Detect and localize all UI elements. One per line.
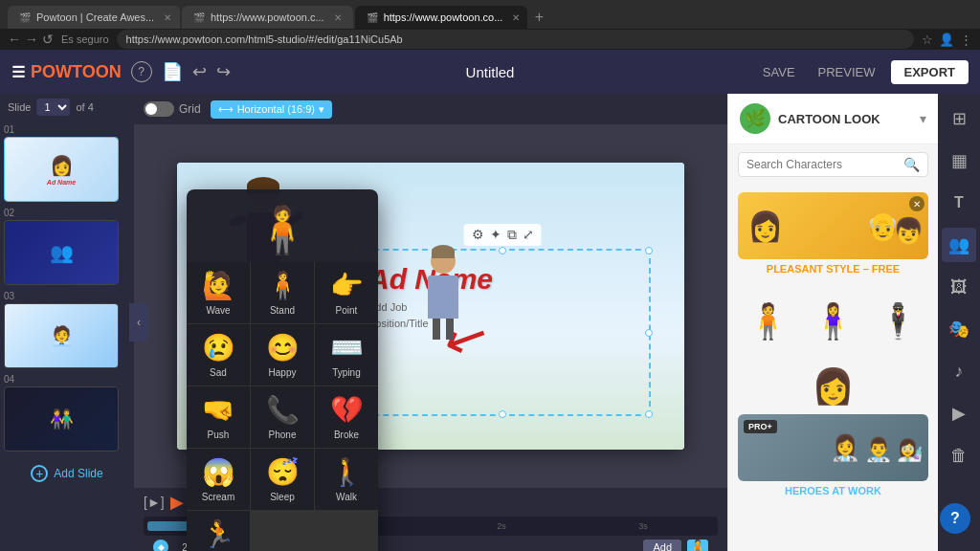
resize-handle-br[interactable] (645, 410, 653, 418)
star-icon[interactable]: ☆ (922, 33, 933, 47)
stand-label: Stand (270, 305, 295, 316)
char-item-man2[interactable]: 🕴️ (869, 284, 928, 342)
tab-close-3[interactable]: ✕ (512, 12, 520, 23)
popup-anim-sleep[interactable]: 😴 Sleep (251, 449, 314, 510)
slide-thumb-2[interactable]: 👥 (4, 220, 119, 285)
audio-icon-button[interactable]: ♪ (942, 354, 976, 388)
slide-item-4[interactable]: 04 👫 (4, 374, 130, 452)
popup-anim-broke[interactable]: 💔 Broke (315, 386, 378, 448)
frame-step-button[interactable]: [►] (144, 495, 165, 510)
canvas-toolbar: Grid ⟷ Horizontal (16:9) ▾ (134, 94, 727, 124)
tab-favicon-3: 🎬 (367, 12, 378, 23)
popup-anim-happy[interactable]: 😊 Happy (251, 324, 314, 386)
play-button[interactable]: ▶ (170, 492, 184, 513)
slide1-person: 👩 (50, 154, 74, 177)
slide-thumb-3[interactable]: 🧑‍💼 (4, 303, 119, 368)
resize-handle-bm[interactable] (499, 410, 506, 418)
crop-action-icon[interactable]: ⧉ (507, 227, 517, 243)
char-figure-man1: 🧍 (743, 284, 792, 342)
slide-number-select[interactable]: 1234 (36, 99, 70, 116)
pleasant-style-banner[interactable]: 👩 👴 👦 ✕ (738, 192, 928, 259)
popup-anim-run[interactable]: 🏃 Run (187, 511, 250, 551)
text-icon-button[interactable]: T (942, 186, 976, 220)
aspect-selector[interactable]: ⟷ Horizontal (16:9) ▾ (211, 100, 332, 119)
forward-button[interactable]: → (25, 32, 38, 47)
preview-button[interactable]: PREVIEW (811, 61, 883, 83)
panel-dropdown-icon[interactable]: ▾ (920, 111, 926, 126)
tab-3[interactable]: 🎬 https://www.powtoon.co... ✕ (355, 6, 527, 29)
forward-action-icon[interactable]: ↪ (216, 61, 231, 82)
back-button[interactable]: ← (8, 32, 21, 47)
timeline-mark-2: 2s (497, 521, 506, 531)
char-item-woman1[interactable]: 🧍‍♀️ (803, 284, 862, 342)
slide-thumb-4[interactable]: 👫 (4, 386, 119, 452)
search-characters-input[interactable] (746, 158, 898, 171)
tab-2[interactable]: 🎬 https://www.powtoon.c... ✕ (182, 6, 353, 29)
phone-label: Phone (269, 430, 297, 440)
heroes-style-banner[interactable]: PRO+ 👩‍⚕️ 👨‍⚕️ 👩‍🔬 (738, 414, 928, 481)
add-slide-button[interactable]: + Add Slide (4, 457, 130, 490)
char-item-man1[interactable]: 🧍 (738, 284, 797, 342)
slide-item-3[interactable]: 03 🧑‍💼 (4, 291, 130, 368)
animation-icon: 🎭 (948, 319, 969, 340)
timeline-marker-1[interactable]: ◆ (153, 540, 168, 551)
texture-icon-button[interactable]: ▦ (942, 143, 976, 178)
popup-anim-walk[interactable]: 🚶 Walk (315, 449, 378, 510)
resize-handle-mr[interactable] (645, 329, 653, 337)
popup-anim-phone[interactable]: 📞 Phone (251, 386, 314, 448)
char-item-woman2[interactable]: 👩 (738, 349, 928, 407)
tab-1[interactable]: 🎬 Powtoon | Create Awes... ✕ (8, 6, 180, 29)
animation-icon-button[interactable]: 🎭 (942, 312, 976, 346)
popup-anim-stand[interactable]: 🧍 Stand (251, 262, 314, 323)
profile-icon[interactable]: 👤 (939, 33, 954, 47)
broke-label: Broke (334, 430, 359, 440)
characters-icon-button[interactable]: 👥 (942, 228, 976, 262)
help-button[interactable]: ? (131, 61, 152, 82)
props-icon-button[interactable]: 🖼 (942, 270, 976, 304)
menu-hamburger-icon[interactable]: ☰ (11, 63, 25, 81)
banner-char-3: 👦 (893, 216, 924, 246)
popup-anim-point[interactable]: 👉 Point (315, 262, 378, 323)
right-panel: 🌿 CARTOON LOOK ▾ 🔍 👩 👴 👦 ✕ (727, 94, 938, 551)
popup-anim-sad[interactable]: 😢 Sad (187, 324, 250, 386)
new-tab-button[interactable]: + (529, 9, 544, 26)
slide-item-2[interactable]: 02 👥 (4, 208, 130, 285)
resize-handle-tr[interactable] (645, 247, 653, 254)
expand-action-icon[interactable]: ⤢ (523, 227, 534, 243)
settings-action-icon[interactable]: ⚙ (472, 227, 484, 243)
export-button[interactable]: EXPORT (891, 60, 969, 84)
video-icon-button[interactable]: ▶ (942, 396, 976, 430)
panel-header: 🌿 CARTOON LOOK ▾ (728, 94, 938, 144)
timeline-char-icon[interactable]: 🧍 (687, 540, 708, 551)
sleep-label: Sleep (270, 492, 295, 502)
animate-action-icon[interactable]: ✦ (490, 227, 501, 243)
trash-icon-button[interactable]: 🗑 (942, 438, 976, 473)
save-button[interactable]: SAVE (755, 61, 803, 83)
sleep-figure: 😴 (266, 456, 300, 488)
document-icon[interactable]: 📄 (162, 61, 183, 82)
back-action-icon[interactable]: ↩ (192, 61, 207, 82)
menu-icon[interactable]: ⋮ (960, 33, 972, 47)
address-input[interactable] (117, 30, 914, 49)
popup-char-figure: 🧍 (254, 204, 311, 257)
reload-button[interactable]: ↺ (42, 32, 54, 47)
add-keyframe-button[interactable]: Add (643, 540, 681, 551)
tab-close-2[interactable]: ✕ (334, 12, 342, 23)
grid-toggle-switch[interactable] (144, 101, 174, 117)
popup-anim-typing[interactable]: ⌨️ Typing (315, 324, 378, 386)
popup-anim-wave[interactable]: 🙋 Wave (187, 262, 250, 323)
close-pleasant-button[interactable]: ✕ (909, 196, 924, 211)
grid-toggle[interactable]: Grid (144, 101, 201, 117)
layout-icon-button[interactable]: ⊞ (942, 101, 976, 136)
tab-close-1[interactable]: ✕ (164, 12, 171, 23)
slide-thumb-1[interactable]: 👩 Ad Name (4, 137, 119, 202)
wave-label: Wave (206, 305, 230, 316)
help-floating-button[interactable]: ? (940, 503, 970, 534)
popup-anim-scream[interactable]: 😱 Scream (187, 449, 250, 510)
collapse-panel-button[interactable]: ‹ (129, 303, 148, 342)
slide-item-1[interactable]: 01 👩 Ad Name (4, 124, 130, 202)
popup-anim-push[interactable]: 🤜 Push (187, 386, 250, 448)
resize-handle-tm[interactable] (499, 247, 506, 254)
canvas-character-man[interactable] (412, 249, 474, 392)
props-icon: 🖼 (950, 277, 968, 298)
